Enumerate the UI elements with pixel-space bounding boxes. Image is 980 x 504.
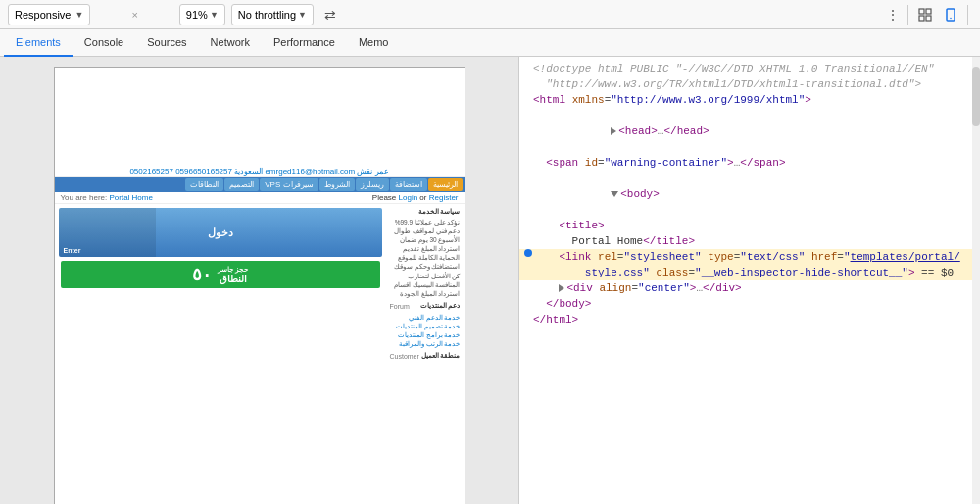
code-line-5: <span id="warning-container">…</span> <box>519 155 972 171</box>
zoom-button[interactable]: 91% ▼ <box>179 4 225 25</box>
rotate-button[interactable]: ⇄ <box>319 4 341 25</box>
breadcrumb-portal-link[interactable]: Portal Home <box>109 193 152 202</box>
throttle-label: No throttling <box>238 9 296 21</box>
toolbar-divider <box>907 5 908 25</box>
portal-sidebar: سياسة الخدمة نؤكد على عملائنا 99.9% دعم … <box>386 204 465 368</box>
tab-network[interactable]: Network <box>199 29 262 57</box>
nav-item-hosting[interactable]: استضافة <box>390 178 427 191</box>
tab-sources[interactable]: Sources <box>135 29 198 57</box>
page-top-area <box>55 68 465 166</box>
nav-item-home[interactable]: الرئيسية <box>428 178 463 191</box>
device-icon <box>944 8 957 22</box>
enter-text: دخول <box>208 227 233 239</box>
toolbar-right: ⋮ <box>882 2 972 27</box>
service-policy-text: نؤكد على عملائنا 99.9% دعم فني لمواقف طو… <box>390 218 461 298</box>
responsive-button[interactable]: Responsive ▼ <box>8 4 90 25</box>
code-line-8: Portal Home</title> <box>519 233 972 249</box>
breakpoint-dot <box>524 249 532 257</box>
code-panel-wrapper: <!doctype html PUBLIC "-//W3C//DTD XHTML… <box>519 57 980 504</box>
top-toolbar: Responsive ▼ 573 × 736 91% ▼ No throttli… <box>0 0 980 29</box>
browser-frame: عمر نقش emrged116@hotmail.com السعودية 0… <box>54 67 466 504</box>
forum-label: Forum <box>390 303 410 310</box>
svg-rect-2 <box>919 16 924 21</box>
svg-rect-0 <box>919 9 924 14</box>
responsive-chevron-icon: ▼ <box>74 10 83 20</box>
height-input[interactable]: 736 <box>144 9 173 21</box>
customer-area-title: منطقة العميل <box>421 352 461 360</box>
code-line-9[interactable]: <link rel="stylesheet" type="text/css" h… <box>519 249 972 280</box>
register-link[interactable]: Register <box>429 193 459 202</box>
forum-link-1[interactable]: خدمة الدعم الفني <box>390 314 461 322</box>
dimension-separator: × <box>131 9 137 21</box>
code-line-11: </body> <box>519 296 972 312</box>
zoom-chevron-icon: ▼ <box>210 10 219 20</box>
forum-link-2[interactable]: خدمة تصميم المنتديات <box>390 323 461 330</box>
portal-nav-bar: الرئيسية استضافة ريسلرز الشروط VPS سيرفر… <box>55 177 465 192</box>
tab-elements[interactable]: Elements <box>4 29 73 57</box>
inspect-element-button[interactable] <box>912 2 938 27</box>
code-panel: <!doctype html PUBLIC "-//W3C//DTD XHTML… <box>519 57 972 504</box>
portal-content-area: Enter دخول حجز جاسر النطاق ٥٠ <box>55 204 386 368</box>
forum-link-3[interactable]: خدمة برامج المنتديات <box>390 331 461 339</box>
nav-item-terms[interactable]: الشروط <box>319 178 355 191</box>
green-banner[interactable]: حجز جاسر النطاق ٥٠ <box>61 261 380 288</box>
more-options-button[interactable]: ⋮ <box>882 4 904 25</box>
zoom-label: 91% <box>186 9 208 21</box>
code-editor[interactable]: <!doctype html PUBLIC "-//W3C//DTD XHTML… <box>519 57 972 504</box>
browser-preview-panel: عمر نقش emrged116@hotmail.com السعودية 0… <box>0 57 519 504</box>
phone-bar: عمر نقش emrged116@hotmail.com السعودية 0… <box>55 166 465 177</box>
device-toolbar-button[interactable] <box>938 2 963 27</box>
tab-console[interactable]: Console <box>73 29 135 57</box>
svg-rect-3 <box>926 16 931 21</box>
breadcrumb-right: You are here: Portal Home <box>61 193 153 202</box>
login-link[interactable]: Login <box>399 193 418 202</box>
more-icon: ⋮ <box>886 7 900 23</box>
code-line-6: <body> <box>519 171 972 218</box>
enter-banner[interactable]: Enter دخول <box>59 208 382 257</box>
code-scrollbar-thumb[interactable] <box>972 67 980 126</box>
breadcrumb-left: Please Login or Register <box>372 193 459 202</box>
toolbar-divider-2 <box>967 5 968 25</box>
code-line-10: <div align="center">…</div> <box>519 280 972 296</box>
portal-main-area: سياسة الخدمة نؤكد على عملائنا 99.9% دعم … <box>55 204 465 368</box>
tab-performance[interactable]: Performance <box>262 29 347 57</box>
nav-item-design[interactable]: التصميم <box>224 178 259 191</box>
toolbar-left: Responsive ▼ 573 × 736 91% ▼ No throttli… <box>8 4 874 25</box>
nav-item-vps[interactable]: VPS سيرفرات <box>260 178 318 191</box>
tab-memory[interactable]: Memo <box>347 29 401 57</box>
nav-item-reseller[interactable]: ريسلرز <box>356 178 389 191</box>
width-input[interactable]: 573 <box>96 9 125 21</box>
code-line-7: <title> <box>519 218 972 233</box>
code-line-3: <html xmlns="http://www.w3.org/1999/xhtm… <box>519 92 972 108</box>
forum-support-title: دعم المنتديات <box>420 302 461 310</box>
enter-button-wrapper: Enter دخول <box>59 208 382 257</box>
service-policy-title: سياسة الخدمة <box>390 208 461 216</box>
code-line-12: </html> <box>519 312 972 328</box>
forum-link-4[interactable]: خدمة الرتب والمراقبة <box>390 340 461 348</box>
nav-item-domains[interactable]: النطاقات <box>185 178 223 191</box>
main-content: عمر نقش emrged116@hotmail.com السعودية 0… <box>0 57 980 504</box>
breadcrumb-bar: Please Login or Register You are here: P… <box>55 192 465 204</box>
code-scrollbar[interactable] <box>972 57 980 504</box>
throttle-button[interactable]: No throttling ▼ <box>231 4 314 25</box>
throttle-chevron-icon: ▼ <box>298 10 307 20</box>
responsive-label: Responsive <box>15 9 71 21</box>
code-line-4: <head>…</head> <box>519 108 972 155</box>
devtools-tab-bar: Elements Console Sources Network Perform… <box>0 29 980 57</box>
customer-label: Customer <box>390 353 419 360</box>
code-line-2: "http://www.w3.org/TR/xhtml1/DTD/xhtml1-… <box>519 76 972 92</box>
enter-label: Enter <box>64 247 81 254</box>
inspect-icon <box>918 8 932 22</box>
svg-rect-1 <box>926 9 931 14</box>
code-line-1: <!doctype html PUBLIC "-//W3C//DTD XHTML… <box>519 61 972 76</box>
